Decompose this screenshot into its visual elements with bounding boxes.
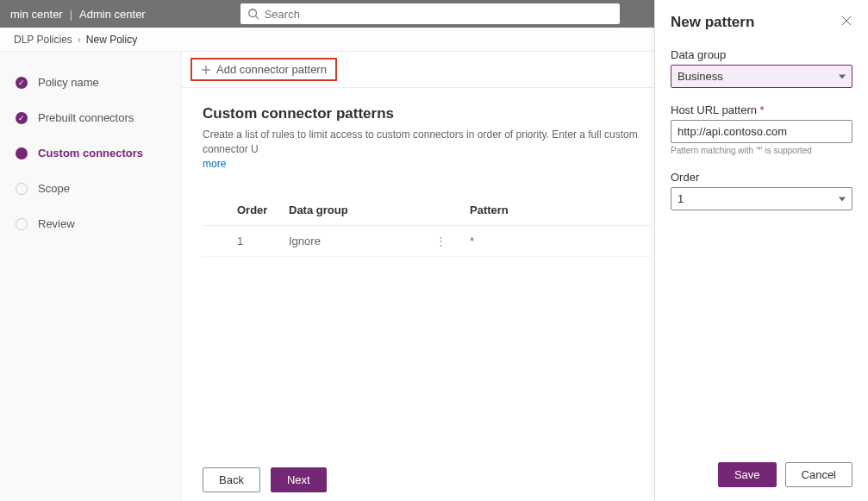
patterns-table: Order Data group Pattern 1 Ignore ⋮ * — [203, 195, 651, 257]
cell-pattern: * — [470, 235, 651, 247]
order-label: Order — [671, 171, 852, 184]
host-url-label: Host URL pattern * — [671, 103, 852, 116]
field-host-url: Host URL pattern * Pattern matching with… — [671, 103, 852, 155]
breadcrumb-current: New Policy — [86, 34, 137, 46]
wizard-steps: ✓ Policy name ✓ Prebuilt connectors Cust… — [0, 52, 181, 501]
step-label: Review — [38, 217, 75, 230]
field-data-group: Data group Business — [671, 48, 852, 88]
table-row[interactable]: 1 Ignore ⋮ * — [203, 226, 651, 257]
breadcrumb-sep: › — [78, 34, 81, 46]
data-group-label: Data group — [671, 48, 852, 61]
add-connector-pattern-button[interactable]: Add connector pattern — [190, 58, 337, 81]
new-pattern-panel: New pattern Data group Business Host URL… — [654, 0, 868, 501]
svg-line-1 — [255, 16, 259, 20]
dot-icon — [16, 218, 28, 230]
search-icon — [247, 8, 259, 20]
check-icon: ✓ — [16, 112, 28, 124]
step-label: Prebuilt connectors — [38, 111, 134, 124]
step-scope[interactable]: Scope — [16, 182, 174, 195]
desc-more-link[interactable]: more — [203, 158, 226, 170]
topbar-divider: | — [70, 8, 72, 21]
next-button[interactable]: Next — [271, 467, 327, 492]
step-label: Policy name — [38, 76, 99, 89]
close-icon[interactable] — [840, 15, 852, 30]
step-prebuilt-connectors[interactable]: ✓ Prebuilt connectors — [16, 111, 174, 124]
step-label: Scope — [38, 182, 70, 195]
plus-icon — [201, 65, 211, 75]
section-description: Create a list of rules to limit access t… — [203, 128, 651, 171]
search-box[interactable] — [240, 3, 620, 24]
step-review[interactable]: Review — [16, 217, 174, 230]
topbar-title-left: min center — [10, 8, 63, 21]
svg-point-0 — [248, 9, 256, 17]
dot-icon — [16, 147, 28, 160]
col-data-group[interactable]: Data group — [289, 204, 435, 216]
breadcrumb-parent[interactable]: DLP Policies — [14, 34, 72, 46]
host-url-input[interactable] — [671, 120, 852, 143]
step-policy-name[interactable]: ✓ Policy name — [16, 76, 174, 89]
add-button-label: Add connector pattern — [216, 63, 327, 76]
field-order: Order 1 — [671, 171, 852, 210]
panel-title: New pattern — [671, 14, 754, 31]
save-button[interactable]: Save — [718, 462, 777, 487]
cell-order: 1 — [203, 235, 289, 247]
host-url-hint: Pattern matching with '*' is supported — [671, 146, 852, 155]
search-input[interactable] — [265, 8, 613, 21]
step-label: Custom connectors — [38, 147, 143, 160]
check-icon: ✓ — [16, 77, 28, 89]
col-order[interactable]: Order — [203, 204, 289, 216]
back-button[interactable]: Back — [203, 467, 260, 492]
cancel-button[interactable]: Cancel — [785, 462, 852, 487]
topbar-title-right: Admin center — [79, 8, 146, 21]
step-custom-connectors[interactable]: Custom connectors — [16, 147, 174, 160]
col-pattern[interactable]: Pattern — [470, 204, 651, 216]
cell-data-group: Ignore — [289, 235, 435, 247]
order-select[interactable]: 1 — [671, 187, 852, 210]
data-group-select[interactable]: Business — [671, 65, 852, 88]
dot-icon — [16, 183, 28, 195]
row-menu-icon[interactable]: ⋮ — [435, 235, 470, 247]
